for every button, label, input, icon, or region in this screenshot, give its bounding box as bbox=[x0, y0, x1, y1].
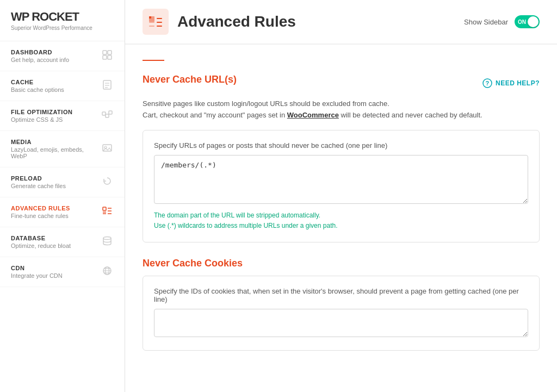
page-title: Advanced Rules bbox=[177, 13, 296, 30]
desc-line2: Cart, checkout and "my account" pages se… bbox=[143, 111, 285, 119]
toggle-on-label: ON bbox=[518, 19, 526, 25]
header-right: Show Sidebar ON bbox=[464, 15, 540, 28]
svg-rect-26 bbox=[149, 16, 151, 18]
sidebar-item-title-advanced-rules: ADVANCED RULES bbox=[11, 205, 70, 211]
sidebar-item-media[interactable]: MEDIALazyLoad, emojis, embeds, WebP bbox=[0, 131, 125, 167]
sidebar-item-icon-file-optimization bbox=[101, 109, 114, 123]
sidebar-item-title-cache: CACHE bbox=[11, 79, 64, 85]
never-cache-urls-card: Specify URLs of pages or posts that shou… bbox=[143, 130, 540, 242]
svg-rect-4 bbox=[103, 80, 111, 89]
never-cache-urls-title: Never Cache URL(s) bbox=[143, 74, 237, 85]
never-cache-urls-card-label: Specify URLs of pages or posts that shou… bbox=[154, 141, 528, 150]
section-divider bbox=[143, 60, 164, 61]
sidebar-item-sub-media: LazyLoad, emojis, embeds, WebP bbox=[11, 146, 101, 159]
sidebar-item-cache[interactable]: CACHEBasic cache options bbox=[0, 71, 125, 101]
page-header: Advanced Rules Show Sidebar ON bbox=[125, 0, 557, 45]
sidebar-item-sub-advanced-rules: Fine-tune cache rules bbox=[11, 213, 70, 219]
sidebar-item-icon-cache bbox=[101, 79, 114, 93]
sidebar-item-advanced-rules[interactable]: ADVANCED RULESFine-tune cache rules bbox=[0, 197, 125, 227]
sidebar-item-title-dashboard: DASHBOARD bbox=[11, 49, 69, 55]
sidebar-item-sub-database: Optimize, reduce bloat bbox=[11, 242, 71, 249]
svg-rect-31 bbox=[149, 26, 154, 27]
svg-rect-29 bbox=[157, 26, 162, 27]
page-header-icon bbox=[143, 9, 169, 35]
svg-rect-8 bbox=[102, 112, 106, 115]
svg-point-19 bbox=[103, 237, 111, 239]
sidebar-item-sub-cdn: Integrate your CDN bbox=[11, 272, 63, 279]
sidebar-item-sub-file-optimization: Optimize CSS & JS bbox=[11, 116, 72, 123]
header-left: Advanced Rules bbox=[143, 9, 296, 35]
sidebar-item-icon-preload bbox=[101, 176, 114, 189]
show-sidebar-label: Show Sidebar bbox=[464, 18, 508, 26]
need-help-label: NEED HELP? bbox=[496, 79, 540, 87]
sidebar-item-preload[interactable]: PRELOADGenerate cache files bbox=[0, 167, 125, 197]
sidebar-item-cdn[interactable]: CDNIntegrate your CDN bbox=[0, 257, 125, 287]
need-help-icon: ? bbox=[482, 78, 492, 88]
sidebar-item-icon-media bbox=[101, 142, 114, 156]
sidebar-item-file-optimization[interactable]: FILE OPTIMIZATIONOptimize CSS & JS bbox=[0, 101, 125, 131]
sidebar-item-title-database: DATABASE bbox=[11, 235, 71, 241]
svg-rect-10 bbox=[109, 111, 112, 114]
sidebar-item-icon-database bbox=[101, 235, 114, 249]
sidebar-item-title-file-optimization: FILE OPTIMIZATION bbox=[11, 109, 72, 115]
desc-line3: will be detected and never cached by def… bbox=[341, 111, 482, 119]
sidebar-item-icon-cdn bbox=[101, 265, 114, 279]
woocommerce-link[interactable]: WooCommerce bbox=[287, 111, 339, 119]
logo-rocket-text: ROCKET bbox=[32, 10, 79, 23]
svg-rect-9 bbox=[106, 114, 109, 117]
need-help-button[interactable]: ? NEED HELP? bbox=[482, 78, 540, 88]
sidebar-item-dashboard[interactable]: DASHBOARDGet help, account info bbox=[0, 41, 125, 71]
hint-line1: The domain part of the URL will be strip… bbox=[154, 210, 528, 221]
svg-rect-27 bbox=[157, 18, 162, 19]
never-cache-cookies-card: Specify the IDs of cookies that, when se… bbox=[143, 276, 540, 351]
logo-text: WP ROCKET bbox=[11, 10, 114, 24]
svg-rect-30 bbox=[149, 22, 154, 23]
sidebar-item-title-media: MEDIA bbox=[11, 139, 101, 145]
svg-rect-0 bbox=[103, 51, 107, 54]
toggle-thumb bbox=[528, 16, 539, 27]
logo: WP ROCKET Superior WordPress Performance bbox=[0, 0, 125, 41]
desc-line1: Sensitive pages like custom login/logout… bbox=[143, 99, 389, 108]
never-cache-urls-section-header: Never Cache URL(s) ? NEED HELP? bbox=[143, 74, 540, 92]
svg-rect-13 bbox=[103, 207, 106, 210]
never-cache-urls-description: Sensitive pages like custom login/logout… bbox=[143, 98, 540, 121]
sidebar-item-icon-dashboard bbox=[101, 49, 114, 63]
sidebar-nav: DASHBOARDGet help, account infoCACHEBasi… bbox=[0, 41, 125, 287]
never-cache-cookies-card-label: Specify the IDs of cookies that, when se… bbox=[154, 287, 528, 303]
show-sidebar-toggle[interactable]: ON bbox=[515, 15, 540, 28]
sidebar: WP ROCKET Superior WordPress Performance… bbox=[0, 0, 125, 392]
logo-tagline: Superior WordPress Performance bbox=[11, 25, 114, 31]
advanced-rules-icon bbox=[148, 14, 163, 29]
never-cache-cookies-section: Never Cache Cookies Specify the IDs of c… bbox=[143, 258, 540, 351]
sidebar-item-icon-advanced-rules bbox=[101, 206, 114, 219]
never-cache-cookies-title: Never Cache Cookies bbox=[143, 258, 540, 269]
sidebar-item-sub-preload: Generate cache files bbox=[11, 183, 66, 189]
svg-rect-2 bbox=[103, 55, 107, 59]
sidebar-item-database[interactable]: DATABASEOptimize, reduce bloat bbox=[0, 227, 125, 257]
svg-rect-3 bbox=[108, 55, 112, 59]
never-cache-cookies-textarea[interactable] bbox=[154, 309, 528, 337]
svg-rect-1 bbox=[108, 51, 112, 54]
sidebar-item-sub-cache: Basic cache options bbox=[11, 86, 64, 93]
page-content: Never Cache URL(s) ? NEED HELP? Sensitiv… bbox=[125, 45, 557, 392]
svg-rect-28 bbox=[157, 22, 162, 23]
hint-line2: Use (.*) wildcards to address multiple U… bbox=[154, 221, 528, 231]
never-cache-urls-textarea[interactable] bbox=[154, 155, 528, 204]
sidebar-item-title-cdn: CDN bbox=[11, 265, 63, 271]
main-content: Advanced Rules Show Sidebar ON Never Cac… bbox=[125, 0, 557, 392]
never-cache-urls-hint: The domain part of the URL will be strip… bbox=[154, 210, 528, 231]
svg-text:?: ? bbox=[485, 80, 489, 86]
logo-wp-text: WP bbox=[11, 10, 29, 23]
sidebar-item-sub-dashboard: Get help, account info bbox=[11, 57, 69, 63]
sidebar-item-title-preload: PRELOAD bbox=[11, 175, 66, 182]
